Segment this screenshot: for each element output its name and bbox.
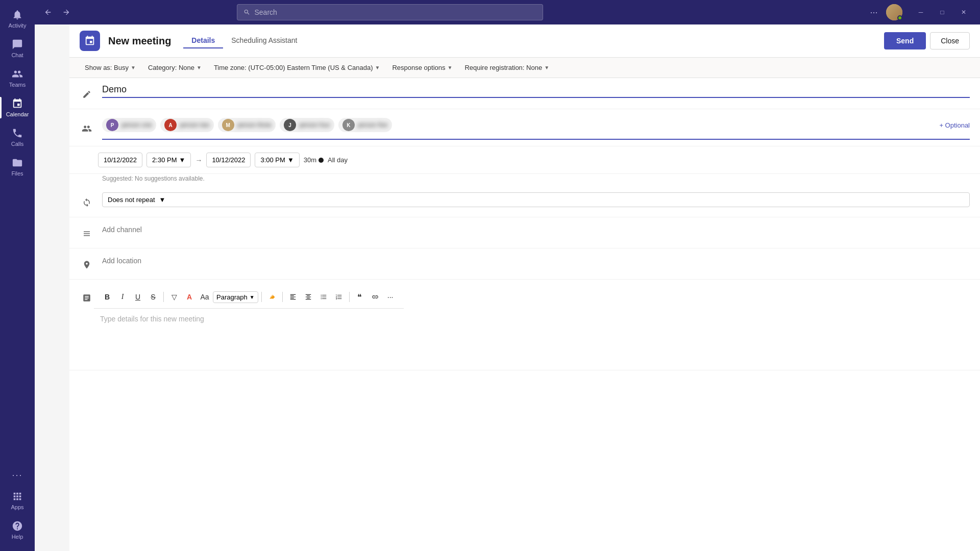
notes-icon <box>80 290 94 306</box>
show-as-button[interactable]: Show as: Busy ▼ <box>80 62 141 73</box>
attendee-chip[interactable]: M person three <box>218 118 276 132</box>
search-bar[interactable] <box>237 4 543 20</box>
attendee-chip[interactable]: K person five <box>338 118 392 132</box>
calls-icon <box>12 128 23 139</box>
more-formatting-button[interactable]: ··· <box>383 290 398 304</box>
bullets-button[interactable] <box>316 290 331 304</box>
chat-icon <box>12 39 23 50</box>
optional-attendees-button[interactable]: + Optional <box>939 121 970 129</box>
attendee-chip[interactable]: J person four <box>280 118 334 132</box>
start-time-input[interactable]: 2:30 PM ▼ <box>146 153 191 167</box>
attendee-name: person two <box>180 121 210 129</box>
calendar-icon <box>12 98 23 109</box>
quote-button[interactable]: ❝ <box>353 290 367 304</box>
topbar: ··· ─ □ ✕ <box>35 0 980 24</box>
meeting-icon <box>80 31 100 51</box>
close-button[interactable]: Close <box>930 32 970 49</box>
search-input[interactable] <box>254 8 536 16</box>
repeat-dropdown[interactable]: Does not repeat ▼ <box>102 192 970 207</box>
channel-row <box>69 217 980 248</box>
paragraph-chevron: ▼ <box>250 294 255 300</box>
sidebar-item-teams[interactable]: Teams <box>0 63 35 93</box>
location-icon <box>80 257 94 273</box>
strikethrough-button[interactable]: S <box>146 290 160 304</box>
attendees-row: P person one A person two M person three… <box>69 109 980 146</box>
align-center-button[interactable] <box>301 290 315 304</box>
decrease-indent-button[interactable]: ▽ <box>167 290 181 304</box>
topbar-right: ··· ─ □ ✕ <box>866 4 974 20</box>
bold-button[interactable]: B <box>100 290 114 304</box>
user-avatar-container[interactable] <box>886 4 902 20</box>
duration-dot <box>318 158 324 163</box>
apps-icon <box>12 491 23 502</box>
attendee-chip[interactable]: P person one <box>102 118 156 132</box>
tab-scheduling[interactable]: Scheduling Assistant <box>223 33 305 48</box>
editor-container: B I U S ▽ A Aa Paragraph ▼ <box>94 286 404 370</box>
attendee-avatar: M <box>222 119 234 131</box>
attendee-name: person three <box>237 121 272 129</box>
help-icon <box>12 520 23 532</box>
start-date-input[interactable]: 10/12/2022 <box>98 153 142 167</box>
sidebar-item-chat[interactable]: Chat <box>0 34 35 63</box>
meeting-title-input[interactable] <box>102 84 970 98</box>
tab-bar: Details Scheduling Assistant <box>183 33 305 48</box>
response-options-chevron: ▼ <box>448 65 453 70</box>
window-controls: ─ □ ✕ <box>911 4 974 20</box>
send-button[interactable]: Send <box>884 32 926 49</box>
timezone-button[interactable]: Time zone: (UTC-05:00) Eastern Time (US … <box>209 62 385 73</box>
link-button[interactable] <box>368 290 382 304</box>
more-options-button[interactable]: ··· <box>866 4 882 20</box>
location-content <box>102 255 970 267</box>
tab-details[interactable]: Details <box>183 33 223 48</box>
title-content <box>102 84 970 98</box>
sidebar-item-calls[interactable]: Calls <box>0 122 35 152</box>
category-button[interactable]: Category: None ▼ <box>143 62 207 73</box>
require-registration-button[interactable]: Require registration: None ▼ <box>459 62 554 73</box>
attendee-name: person five <box>358 121 388 129</box>
editor-row: B I U S ▽ A Aa Paragraph ▼ <box>69 280 980 370</box>
sidebar-item-activity[interactable]: Activity <box>0 4 35 34</box>
underline-button[interactable]: U <box>131 290 145 304</box>
main-content: New meeting Details Scheduling Assistant… <box>69 24 980 551</box>
channel-icon <box>80 226 94 242</box>
maximize-button[interactable]: □ <box>932 4 952 20</box>
font-color-button[interactable]: A <box>182 290 197 304</box>
repeat-chevron: ▼ <box>159 196 166 204</box>
font-size-button[interactable]: Aa <box>198 290 212 304</box>
end-time-input[interactable]: 3:00 PM ▼ <box>255 153 299 167</box>
paragraph-dropdown[interactable]: Paragraph ▼ <box>213 291 258 303</box>
repeat-icon <box>80 194 94 211</box>
sidebar-item-files[interactable]: Files <box>0 152 35 182</box>
pencil-icon <box>80 86 94 103</box>
back-button[interactable] <box>41 5 55 19</box>
highlight-button[interactable] <box>265 290 279 304</box>
channel-input[interactable] <box>102 223 970 236</box>
sidebar-item-calendar[interactable]: Calendar <box>0 93 35 122</box>
sidebar-item-help[interactable]: Help <box>11 515 23 545</box>
repeat-row: Does not repeat ▼ <box>69 186 980 217</box>
end-time-chevron: ▼ <box>287 156 294 164</box>
minimize-button[interactable]: ─ <box>911 4 931 20</box>
datetime-row: 10/12/2022 2:30 PM ▼ → 10/12/2022 3:00 P… <box>69 146 980 174</box>
sidebar-item-apps[interactable]: Apps <box>11 486 23 515</box>
location-input[interactable] <box>102 255 970 267</box>
end-date-input[interactable]: 10/12/2022 <box>206 153 251 167</box>
align-left-button[interactable] <box>286 290 300 304</box>
teams-icon <box>12 68 23 80</box>
italic-button[interactable]: I <box>115 290 130 304</box>
numbered-list-button[interactable] <box>332 290 346 304</box>
toolbar-divider-4 <box>349 292 350 302</box>
toolbar-divider <box>163 292 164 302</box>
forward-button[interactable] <box>59 5 74 19</box>
response-options-button[interactable]: Response options ▼ <box>387 62 457 73</box>
sidebar-item-calls-label: Calls <box>11 141 23 147</box>
start-time-chevron: ▼ <box>179 156 186 164</box>
close-window-button[interactable]: ✕ <box>953 4 974 20</box>
allday-label[interactable]: All day <box>328 156 348 164</box>
sidebar: Activity Chat Teams Calendar Calls Files… <box>0 0 35 551</box>
people-icon <box>80 120 94 137</box>
editor-content[interactable]: Type details for this new meeting <box>94 309 404 370</box>
sidebar-item-more[interactable]: ··· <box>11 465 23 486</box>
sidebar-item-help-label: Help <box>12 534 23 540</box>
attendee-chip[interactable]: A person two <box>160 118 214 132</box>
